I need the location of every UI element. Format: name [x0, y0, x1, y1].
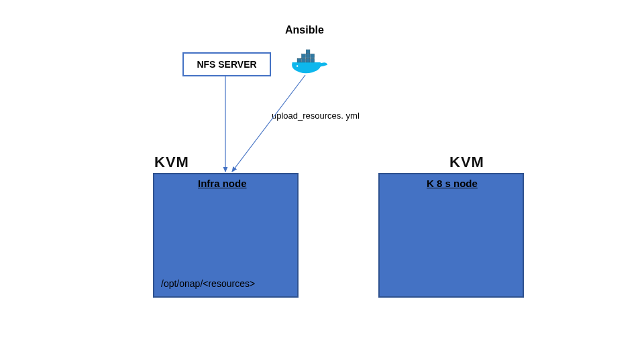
- upload-resources-label: upload_resources. yml: [272, 111, 360, 121]
- infra-node-title: Infra node: [198, 178, 247, 189]
- k8s-node-box: [378, 173, 524, 298]
- svg-point-8: [297, 65, 298, 66]
- svg-rect-0: [297, 58, 301, 62]
- docker-icon: [288, 46, 329, 76]
- svg-rect-5: [306, 54, 310, 58]
- svg-rect-1: [302, 58, 306, 62]
- kvm-left-label: KVM: [154, 154, 189, 171]
- diagram-title: Ansible: [285, 24, 324, 36]
- infra-node-path: /opt/onap/<resources>: [161, 278, 255, 289]
- svg-rect-3: [311, 58, 315, 62]
- arrow-docker-to-infra: [232, 75, 305, 172]
- nfs-server-label: NFS SERVER: [197, 59, 256, 70]
- svg-rect-7: [306, 50, 310, 54]
- svg-rect-2: [306, 58, 310, 62]
- svg-rect-6: [311, 54, 315, 58]
- svg-rect-4: [302, 54, 306, 58]
- kvm-right-label: KVM: [449, 154, 484, 171]
- nfs-server-box: NFS SERVER: [182, 52, 271, 76]
- k8s-node-title: K 8 s node: [427, 178, 478, 189]
